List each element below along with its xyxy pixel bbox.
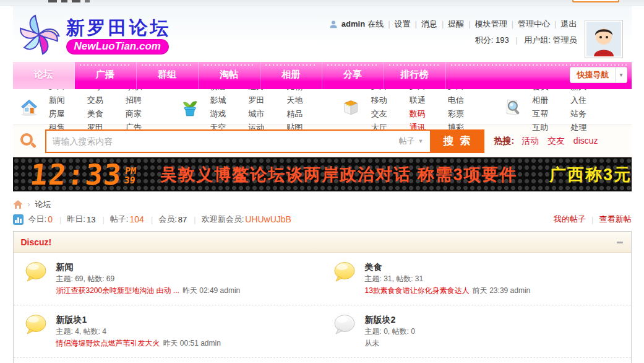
last-post-link[interactable]: 浙江查获3200余吨新型地沟油 由动 ... [56,286,179,295]
breadcrumb-current[interactable]: 论坛 [35,199,51,210]
chevron-down-icon[interactable]: ▾ [615,68,626,82]
online-status: 在线 [367,16,384,32]
forum-name-link[interactable]: 新版块2 [365,313,415,326]
newest-member-link[interactable]: UHUwUJbB [245,214,291,224]
newest-member-label: 欢迎新会员: [202,214,244,225]
speech-bubble-icon [332,261,357,284]
tab-share[interactable]: 分享 [322,62,384,89]
site-header: 新罗田论坛 NewLuoTian.com admin 在线 | 设置 | 消息 … [13,6,632,62]
avatar[interactable] [585,20,623,58]
usergroup-value: 用户组: 管理员 [524,35,577,45]
clock-time: 12:33 [28,160,123,189]
forum-stats: 主题: 31, 帖数: 31 [365,273,531,285]
pinwheel-logo-icon [17,12,61,57]
speech-bubble-icon [24,313,48,336]
chart-icon [13,214,24,225]
forum-name-link[interactable]: 美食 [365,261,531,273]
username-link[interactable]: admin [341,16,365,32]
reminders-link[interactable]: 提醒 [448,16,464,32]
house-icon [19,94,39,121]
last-post-link[interactable]: 情侣海堤野炊点燃芦苇引发大火 [56,339,160,348]
home-icon[interactable] [13,200,23,209]
posts-label: 帖子: [110,214,129,225]
site-title: 新罗田论坛 [66,15,171,41]
magnifier-doc-icon [502,94,522,121]
quick-nav-button[interactable]: 快捷导航 ▾ [570,67,627,83]
category-title[interactable]: Discuz! [21,237,616,247]
category-header: Discuz! [14,232,631,253]
chevron-down-icon: ▼ [418,138,424,144]
search-icon [19,132,38,151]
view-new-posts-link[interactable]: 查看新帖 [599,214,632,225]
members-label: 会员: [158,214,177,225]
search-button[interactable]: 搜索 [430,131,483,152]
tab-albums[interactable]: 相册 [260,62,322,89]
forum-cell-news: 新闻 主题: 69, 帖数: 69 浙江查获3200余吨新型地沟油 由动 ...… [14,253,322,305]
speech-bubble-icon-gray [332,313,357,336]
sub-nav: 罗田新闻房屋租售 二手交易美食罗田 求职招聘商家广告 横店影城游戏天空 魅力罗田… [13,89,632,125]
today-value: 0 [48,214,53,224]
led-clock: 12:33 PM 39 [28,160,137,189]
hot-link-activity[interactable]: 活动 [522,136,539,146]
ticker-headline-1: 吴敦义博鳌论坛谈两岸政治对话 称需3项要件 [160,165,518,184]
site-logo[interactable]: 新罗田论坛 NewLuoTian.com [17,12,171,57]
messages-link[interactable]: 消息 [421,16,437,32]
last-post-meta: 昨天 00:51 admin [163,339,221,348]
collapse-icon[interactable] [616,238,624,246]
user-panel: admin 在线 | 设置 | 消息 | 提醒 | 模块管理 | 管理中心 | … [329,16,577,48]
news-ticker: 12:33 PM 39 吴敦义博鳌论坛谈两岸政治对话 称需3项要件 广西称3元营… [13,157,632,191]
tab-broadcast[interactable]: 广播 [75,62,137,89]
search-scope-select[interactable]: 帖子 ▼ [397,131,430,152]
last-post-meta: 昨天 02:49 admin [182,286,240,295]
hot-link-discuz[interactable]: discuz [573,136,598,146]
tab-taotie[interactable]: 淘帖 [199,62,260,89]
hot-link-friends[interactable]: 交友 [547,136,565,146]
forum-cell-new1: 新版块1 主题: 4, 帖数: 4 情侣海堤野炊点燃芦苇引发大火昨天 00:51… [14,305,322,357]
last-post-link[interactable]: 13款素食食谱让你化身素食达人 [365,286,470,295]
forum-cell-new2: 新版块2 主题: 0, 帖数: 0 从未 [322,305,631,357]
yesterday-value: 13 [87,215,95,224]
ticker-headline-2: 广西称3元营养补助被供货 [549,165,631,184]
tab-groups[interactable]: 群组 [137,62,199,89]
clock-seconds: 39 [123,176,135,185]
avatar-image [586,22,621,56]
forum-name-link[interactable]: 新版块1 [56,313,221,326]
user-icon [329,20,338,28]
hot-search-label: 热搜: [494,136,515,146]
yesterday-label: 昨日: [67,214,85,225]
forum-stats: 主题: 4, 帖数: 4 [56,326,221,338]
clipped-orange-fragment [572,0,619,2]
admin-center-link[interactable]: 管理中心 [518,16,550,32]
tab-ranking[interactable]: 排行榜 [384,62,446,89]
module-admin-link[interactable]: 模块管理 [475,16,507,32]
forum-cell-new2c: 新版块2 主题: 0, 帖数: 0 [322,358,631,363]
search-input[interactable] [46,131,397,152]
posts-value: 104 [129,214,144,224]
quick-nav-label: 快捷导航 [570,69,615,81]
forum-row: 新版块1 主题: 4, 帖数: 4 情侣海堤野炊点燃芦苇引发大火昨天 00:51… [14,305,631,357]
forum-cell-new2b: 新版块2 主题: 0, 帖数: 0 [14,358,322,363]
logout-link[interactable]: 退出 [561,16,577,32]
tab-forum[interactable]: 论坛 [13,62,75,89]
last-post-meta: 从未 [365,339,380,348]
today-label: 今日: [28,214,47,225]
settings-link[interactable]: 设置 [395,16,411,32]
my-posts-link[interactable]: 我的帖子 [554,214,586,225]
forum-name-link[interactable]: 新闻 [56,261,241,273]
forum-category-panel: Discuz! 新闻 主题: 69, 帖数: 69 浙江查获3200余吨新型地沟… [13,231,632,363]
forum-cell-food: 美食 主题: 31, 帖数: 31 13款素食食谱让你化身素食达人前天 23:3… [322,253,631,305]
forum-stats: 主题: 0, 帖数: 0 [365,326,415,338]
forum-row: 新版块2 主题: 0, 帖数: 0 新版块2 主题: 0, 帖数: 0 [14,357,631,363]
browser-top-strip [0,0,644,6]
site-domain: NewLuoTian.com [66,39,169,55]
search-scope-value: 帖子 [399,136,415,147]
subnav-link[interactable]: 站务处理 [570,107,594,134]
stats-bar: 今日: 0 | 昨日: 13 | 帖子: 104 | 会员: 87 | 欢迎新会… [13,214,632,225]
subnav-link[interactable]: 互帮互助 [532,107,556,134]
forum-row: 新闻 主题: 69, 帖数: 69 浙江查获3200余吨新型地沟油 由动 ...… [14,253,631,305]
forum-stats: 主题: 69, 帖数: 69 [56,273,241,285]
main-nav: 论坛 广播 群组 淘帖 相册 分享 排行榜 快捷导航 ▾ [13,62,632,89]
clipped-title-fragment [48,0,90,2]
credits-value: 积分: 193 [475,35,509,45]
box-icon [341,94,361,121]
